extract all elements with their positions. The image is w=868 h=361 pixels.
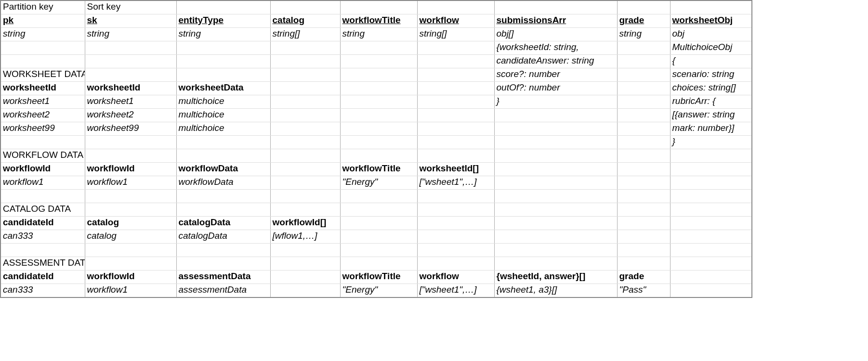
table-cell: workflow1	[0, 176, 85, 190]
table-cell	[617, 41, 670, 55]
table-cell: workflow	[417, 271, 494, 284]
table-row: Partition keySort key	[0, 0, 752, 14]
table-cell: string	[617, 28, 670, 41]
table-cell: scenario: string	[670, 68, 752, 82]
table-cell	[340, 149, 417, 163]
table-cell: CATALOG DATA	[0, 203, 85, 217]
table-cell: score?: number	[494, 68, 617, 82]
table-cell: workflowId[]	[270, 217, 340, 230]
table-cell	[270, 122, 340, 136]
table-cell: submissionsArr	[494, 14, 617, 28]
table-cell	[417, 122, 494, 136]
table-row: WORKFLOW DATA	[0, 149, 752, 163]
table-cell: workflowData	[176, 163, 270, 176]
table-cell: catalog	[85, 230, 176, 244]
table-row: ASSESSMENT DATA	[0, 257, 752, 271]
table-cell: catalogData	[176, 217, 270, 230]
table-cell	[85, 41, 176, 55]
table-cell: workflowId	[85, 163, 176, 176]
table-cell: can333	[0, 284, 85, 298]
table-cell	[494, 149, 617, 163]
table-cell	[617, 149, 670, 163]
table-cell: choices: string[]	[670, 82, 752, 95]
table-cell	[270, 82, 340, 95]
table-cell: worksheet2	[85, 109, 176, 122]
table-cell: worksheetId[]	[417, 163, 494, 176]
table-cell	[617, 136, 670, 149]
table-cell: worksheetObj	[670, 14, 752, 28]
table-cell	[340, 136, 417, 149]
table-cell: {worksheetId: string,	[494, 41, 617, 55]
table-cell: worksheet1	[0, 95, 85, 109]
table-cell	[617, 163, 670, 176]
table-cell	[340, 0, 417, 14]
table-cell	[85, 257, 176, 271]
table-cell	[417, 0, 494, 14]
table-cell	[617, 257, 670, 271]
table-row: candidateIdworkflowIdassessmentDataworkf…	[0, 271, 752, 284]
table-cell	[176, 41, 270, 55]
table-cell: string	[340, 28, 417, 41]
table-row: CATALOG DATA	[0, 203, 752, 217]
table-cell	[494, 122, 617, 136]
table-cell: ASSESSMENT DATA	[0, 257, 85, 271]
table-cell: worksheetId	[85, 82, 176, 95]
table-cell	[670, 257, 752, 271]
table-cell	[417, 109, 494, 122]
table-row: workflow1workflow1workflowData"Energy"["…	[0, 176, 752, 190]
table-cell: string	[0, 28, 85, 41]
table-cell	[670, 163, 752, 176]
table-cell	[340, 203, 417, 217]
table-row: worksheet2worksheet2multichoice[{answer:…	[0, 109, 752, 122]
table-cell: mark: number}]	[670, 122, 752, 136]
table-cell	[417, 190, 494, 203]
table-cell	[670, 203, 752, 217]
table-cell: workflow	[417, 14, 494, 28]
table-cell	[417, 244, 494, 257]
table-cell	[417, 257, 494, 271]
table-cell: entityType	[176, 14, 270, 28]
table-cell	[670, 271, 752, 284]
table-cell	[340, 55, 417, 68]
table-cell	[0, 244, 85, 257]
table-cell: catalog	[85, 217, 176, 230]
table-cell	[617, 203, 670, 217]
table-cell: candidateAnswer: string	[494, 55, 617, 68]
table-cell: WORKSHEET DATA	[0, 68, 85, 82]
table-cell	[494, 257, 617, 271]
table-cell	[340, 41, 417, 55]
table-cell: worksheet99	[0, 122, 85, 136]
table-cell	[494, 176, 617, 190]
table-cell: workflowData	[176, 176, 270, 190]
table-cell	[340, 190, 417, 203]
table-cell	[670, 176, 752, 190]
table-cell	[270, 68, 340, 82]
table-cell	[340, 122, 417, 136]
table-cell: grade	[617, 271, 670, 284]
table-cell	[670, 244, 752, 257]
table-cell	[617, 95, 670, 109]
table-row: worksheetIdworksheetIdworksheetDataoutOf…	[0, 82, 752, 95]
table-cell	[670, 217, 752, 230]
table-cell	[494, 230, 617, 244]
table-cell	[340, 217, 417, 230]
table-cell	[494, 190, 617, 203]
table-cell	[85, 55, 176, 68]
table-cell: MultichoiceObj	[670, 41, 752, 55]
table-cell	[340, 230, 417, 244]
table-cell	[617, 244, 670, 257]
table-cell: rubricArr: {	[670, 95, 752, 109]
table-cell	[340, 82, 417, 95]
table-row: pkskentityTypecatalogworkflowTitleworkfl…	[0, 14, 752, 28]
table-cell	[494, 244, 617, 257]
table-cell	[670, 0, 752, 14]
table-row: }	[0, 136, 752, 149]
table-cell	[617, 82, 670, 95]
table-cell: Partition key	[0, 0, 85, 14]
table-cell: "Pass"	[617, 284, 670, 298]
table-cell	[417, 41, 494, 55]
table-row	[0, 244, 752, 257]
table-cell	[417, 149, 494, 163]
table-cell	[85, 68, 176, 82]
table-cell: obj	[670, 28, 752, 41]
